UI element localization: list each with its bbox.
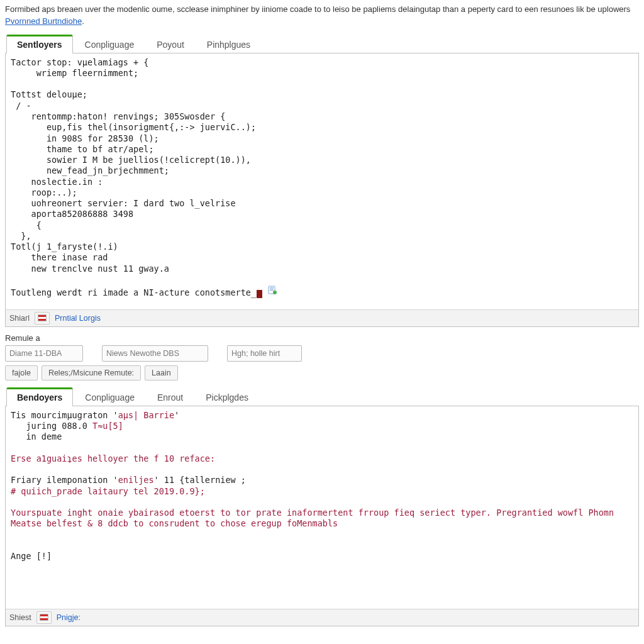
intro-trail: .	[82, 16, 84, 26]
tab-pinhplgues[interactable]: Pinhplgues	[196, 35, 261, 53]
bottom-statusbar: Shiest Pnigje:	[6, 609, 638, 626]
top-console-panel: Tactor stop: vμelamiags + { wriemp fleer…	[5, 53, 639, 327]
intro-text: Formibed aps breaen uver the modenlic ou…	[5, 4, 630, 14]
svg-rect-5	[38, 315, 46, 317]
svg-rect-6	[38, 317, 46, 319]
tab-conpliguage-2[interactable]: Conpliguage	[74, 387, 145, 406]
tab-pickplgdes[interactable]: Pickplgdes	[195, 387, 259, 406]
button-row: fajole Reles;/Msicune Remute: Laain	[5, 365, 639, 380]
svg-rect-1	[270, 287, 274, 288]
btn-laain[interactable]: Laain	[145, 365, 178, 380]
top-console-code[interactable]: Tactor stop: vμelamiags + { wriemp fleer…	[11, 57, 633, 299]
status-link[interactable]: Prntial Lorgis	[55, 314, 101, 323]
svg-rect-3	[270, 290, 274, 291]
input-row	[5, 345, 639, 362]
status-left-label-2: Shiest	[9, 613, 31, 622]
svg-rect-10	[40, 616, 48, 618]
svg-point-4	[273, 291, 277, 294]
input-diame[interactable]	[5, 345, 83, 362]
bottom-console-code[interactable]: Tis mourcimμugraton 'aμs| Barrie' juring…	[11, 410, 633, 562]
svg-rect-7	[38, 319, 46, 321]
top-statusbar: Shiarl Prntial Lorgis	[6, 309, 638, 326]
top-console-scroll[interactable]: Tactor stop: vμelamiags + { wriemp fleer…	[6, 53, 638, 309]
bottom-console-scroll[interactable]: Tis mourcimμugraton 'aμs| Barrie' juring…	[6, 406, 638, 609]
bottom-console-panel: Tis mourcimμugraton 'aμs| Barrie' juring…	[5, 406, 639, 626]
flag-button-2[interactable]	[36, 611, 52, 624]
tab-poyout[interactable]: Poyout	[146, 35, 195, 53]
tab-sentloyers[interactable]: Sentloyers	[6, 35, 73, 53]
clipboard-icon[interactable]	[267, 285, 277, 297]
intro-link[interactable]: Pvornned Burtndiohe	[5, 16, 82, 26]
status-left-label: Shiarl	[9, 314, 30, 323]
input-hgh[interactable]	[227, 345, 302, 362]
tab-bendoyers[interactable]: Bendoyers	[6, 387, 73, 406]
tab-conpliguage[interactable]: Conpliguage	[74, 35, 145, 53]
svg-rect-11	[40, 618, 48, 620]
btn-fajole[interactable]: fajole	[5, 365, 38, 380]
tab-enrout[interactable]: Enrout	[147, 387, 194, 406]
svg-rect-2	[270, 289, 274, 289]
input-niews[interactable]	[102, 345, 208, 362]
status-link-2[interactable]: Pnigje:	[57, 613, 80, 622]
intro-paragraph: Formibed aps breaen uver the modenlic ou…	[5, 4, 639, 28]
top-tabstrip: Sentloyers Conpliguage Poyout Pinhplgues	[5, 34, 639, 53]
section-label-remule: Remule a	[5, 333, 639, 343]
bottom-tabstrip: Bendoyers Conpliguage Enrout Pickplgdes	[5, 387, 639, 406]
svg-rect-9	[40, 614, 48, 616]
flag-button[interactable]	[35, 312, 50, 325]
text-cursor	[257, 290, 262, 298]
btn-reles[interactable]: Reles;/Msicune Remute:	[42, 365, 141, 380]
